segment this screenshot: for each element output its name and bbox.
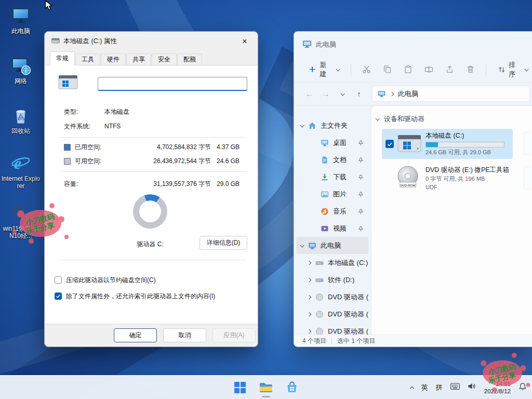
cancel-button[interactable]: 取消 (163, 328, 206, 342)
file-list-pane: 设备和驱动器 本地磁盘 (C:) 24.6 GB 可用, 共 29.0 (371, 105, 532, 335)
tray-chevron-up[interactable] (410, 383, 414, 392)
apply-button[interactable]: 应用(A) (212, 328, 256, 342)
chevron-right-icon[interactable] (307, 295, 311, 299)
group-header-devices[interactable]: 设备和驱动器 (376, 114, 424, 124)
file-explorer-button[interactable] (256, 377, 276, 398)
sidebar-item-dvd-e[interactable]: DVD 驱动器 (E (296, 288, 368, 305)
status-bar: 4 个项目 选中 1 个项目 (294, 335, 532, 347)
explorer-window: 此电脑 新建 (294, 31, 532, 347)
ok-button[interactable]: 确定 (114, 328, 157, 342)
recent-locations-button[interactable] (335, 86, 350, 102)
cut-button[interactable] (357, 61, 376, 78)
toolbar-separator (486, 63, 486, 76)
sidebar-item-label: 此电脑 (321, 241, 368, 250)
capacity-bytes: 31,139,557,376 字节 (117, 180, 211, 188)
sidebar-item-dvd-g[interactable]: DVD 驱动器 (G (296, 323, 368, 335)
sort-icon (498, 65, 506, 74)
dialog-tabs: 常规 工具 硬件 共享 安全 配额 (45, 51, 258, 65)
checkbox-checked-icon[interactable] (385, 140, 394, 148)
copy-button[interactable] (378, 61, 397, 78)
this-pc-icon (302, 40, 312, 50)
capacity-label: 容量: (64, 180, 78, 188)
paste-button[interactable] (399, 61, 418, 78)
pin-icon (358, 140, 364, 148)
checkbox-checked-icon[interactable] (55, 292, 62, 300)
forward-button[interactable]: → (318, 86, 334, 102)
notification-bell-icon[interactable] (518, 382, 527, 393)
tab-hardware[interactable]: 硬件 (101, 54, 126, 65)
tab-general[interactable]: 常规 (50, 51, 75, 65)
hard-drive-icon (397, 132, 421, 157)
pin-icon (358, 225, 364, 233)
chevron-down-icon[interactable] (300, 243, 304, 247)
sidebar-item-drive-d[interactable]: 软件 (D:) (296, 271, 368, 288)
touch-keyboard-icon[interactable] (450, 383, 460, 392)
checkbox-unchecked-icon[interactable] (55, 276, 62, 284)
sidebar-item-this-pc[interactable]: 此电脑 (296, 237, 368, 254)
compress-checkbox-row[interactable]: 压缩此驱动器以节约磁盘空间(C) (55, 276, 251, 284)
chevron-right-icon[interactable] (307, 277, 311, 282)
back-button[interactable]: ← (301, 86, 317, 102)
drive-tile-partial[interactable] (524, 132, 531, 155)
sidebar-item-desktop[interactable]: 桌面 (296, 134, 368, 151)
sidebar-item-music[interactable]: 音乐 (296, 203, 368, 220)
rename-button[interactable] (419, 61, 438, 78)
clock-date: 2022/8/12 (484, 388, 511, 395)
sidebar-item-label: 软件 (D:) (328, 275, 368, 285)
desktop-icon-network[interactable]: 网络 (1, 55, 41, 85)
drive-tile-local-c[interactable]: 本地磁盘 (C:) 24.6 GB 可用, 共 29.0 GB (382, 129, 513, 159)
drive-icon (315, 275, 324, 284)
sidebar-item-label: DVD 驱动器 (E (328, 292, 368, 302)
tab-tools[interactable]: 工具 (75, 54, 100, 65)
tab-quota[interactable]: 配额 (177, 54, 202, 65)
chevron-right-icon[interactable] (307, 260, 311, 264)
index-checkbox-label: 除了文件属性外，还允许索引此驱动器上文件的内容(I) (66, 292, 215, 300)
desktop-icon-this-pc[interactable]: 此电脑 (1, 5, 41, 35)
desktop-icon-win11-restore[interactable]: win11恢复WIN10经... (1, 203, 41, 240)
chevron-right-icon[interactable] (307, 312, 311, 316)
home-icon (308, 121, 316, 130)
close-button[interactable]: × (233, 33, 256, 49)
free-space-size: 24.6 GB (215, 157, 240, 165)
chevron-right-icon[interactable] (307, 329, 311, 333)
index-checkbox-row[interactable]: 除了文件属性外，还允许索引此驱动器上文件的内容(I) (55, 292, 251, 300)
tab-sharing[interactable]: 共享 (126, 54, 151, 65)
used-space-size: 4.37 GB (215, 143, 240, 151)
new-button[interactable]: 新建 (303, 57, 344, 82)
desktop-icon-recycle-bin[interactable]: 回收站 (1, 105, 41, 135)
details-button[interactable]: 详细信息(D) (200, 236, 247, 250)
hard-drive-icon (58, 74, 78, 92)
tab-security[interactable]: 安全 (152, 54, 177, 65)
dialog-title: 本地磁盘 (C:) 属性 (63, 37, 117, 46)
drive-tile-partial[interactable] (524, 166, 531, 189)
ime-language-indicator[interactable]: 英 (421, 383, 428, 392)
pin-icon (358, 191, 364, 199)
clock[interactable]: 14:55 2022/8/12 (484, 380, 511, 395)
sidebar-item-documents[interactable]: 文档 (296, 151, 368, 168)
sidebar-item-downloads[interactable]: 下载 (296, 168, 368, 185)
window-title: 此电脑 (316, 40, 336, 49)
drive-tile-dvd-e[interactable]: DVD-ROM DVD 驱动器 (E:) 微PE工具箱 0 字节 可用, 共 1… (382, 163, 513, 193)
delete-button[interactable] (461, 61, 480, 78)
address-bar[interactable]: 此电脑 (372, 86, 530, 102)
share-button[interactable] (440, 61, 459, 78)
volume-icon[interactable] (468, 382, 476, 392)
sidebar-item-dvd-f[interactable]: DVD 驱动器 (F (296, 305, 368, 323)
chevron-down-icon[interactable] (300, 123, 304, 127)
start-button[interactable] (230, 377, 250, 398)
volume-label-input[interactable] (98, 77, 247, 91)
network-icon (1, 55, 41, 76)
sidebar-item-drive-c[interactable]: 本地磁盘 (C:) (296, 254, 368, 271)
microsoft-store-button[interactable] (282, 377, 302, 398)
chevron-down-icon[interactable] (375, 116, 379, 121)
sort-button[interactable]: 排序 (494, 57, 532, 82)
navigation-pane: 主文件夹 桌面 文档 下载 (294, 105, 370, 335)
chevron-down-icon (524, 67, 528, 71)
up-button[interactable]: ↑ (351, 86, 367, 102)
desktop-icon-internet-explorer[interactable]: e Internet Explorer (1, 153, 41, 190)
sidebar-item-home[interactable]: 主文件夹 (296, 117, 368, 134)
breadcrumb[interactable]: 此电脑 (398, 89, 418, 99)
sidebar-item-pictures[interactable]: 图片 (296, 185, 368, 203)
ime-pinyin-indicator[interactable]: 拼 (436, 383, 443, 392)
sidebar-item-videos[interactable]: 视频 (296, 220, 368, 237)
